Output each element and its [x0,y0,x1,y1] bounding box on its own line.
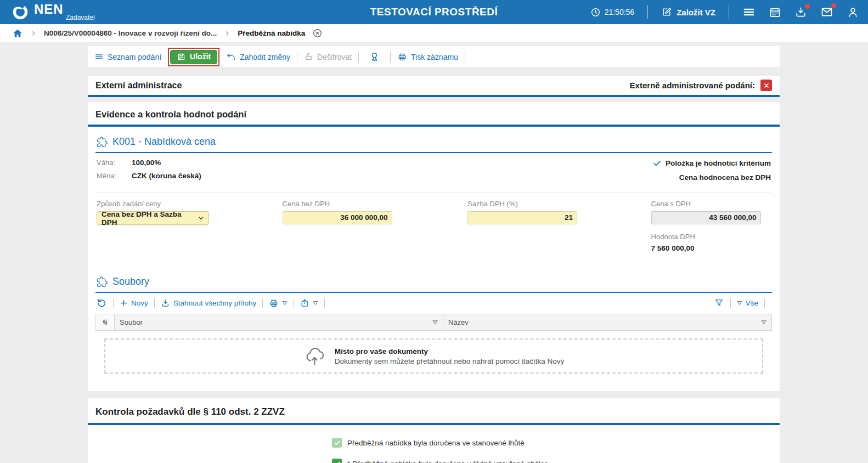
external-admin-section: Externí administrace Externě administrov… [88,76,780,97]
print-record-button[interactable]: Tisk záznamu [397,52,458,62]
price-mode-select[interactable]: Cena bez DPH a Sazba DPH [97,211,209,225]
unlock-icon [304,52,313,61]
menu-icon[interactable] [742,5,756,19]
breadcrumb-current: Předběžná nabídka [238,29,305,37]
session-clock: 21:50:56 [590,7,635,18]
topbar-divider [647,5,648,19]
vat-amount-label: Hodnota DPH [651,233,771,241]
cloud-upload-icon [303,345,326,367]
download-icon [161,298,170,308]
toolbar-divider [294,298,294,308]
refresh-icon[interactable] [97,298,107,308]
export-files-button[interactable] [300,298,318,308]
vat-rate-label: Sazba DPH (%) [467,200,651,208]
checkbox-checked[interactable] [332,459,342,463]
compose-icon [661,7,672,18]
seal-ribbon-icon[interactable] [369,51,380,63]
toolbar-divider [390,52,391,63]
share-icon [300,298,309,308]
dropdown-triangle-icon [313,301,318,306]
requirement-check-deadline: Předběžná nabídka byla doručena ve stano… [332,438,780,448]
user-icon[interactable] [847,6,859,19]
price-excl-input[interactable]: 36 000 000,00 [283,211,392,224]
printer-icon [397,52,407,62]
vat-amount-value: 7 560 000,00 [651,244,771,252]
messages-button[interactable] [820,5,833,19]
discard-changes-button[interactable]: Zahodit změny [226,52,290,62]
close-tab-icon[interactable] [312,28,323,38]
floppy-icon [177,52,186,61]
home-icon[interactable] [12,28,23,39]
filter-icon[interactable] [714,298,724,308]
x-icon [763,82,770,89]
clock-icon [590,7,601,18]
toolbar-divider [358,52,359,63]
evidence-section-title: Evidence a kontrola hodnot podání [88,102,780,127]
currency-value: CZK (koruna česká) [132,172,201,180]
topbar: NEN Zadavatel TESTOVACÍ PROSTŘEDÍ 21:50:… [0,0,868,24]
download-all-button[interactable]: Stáhnout všechny přílohy [161,298,257,308]
calendar-icon[interactable] [769,6,781,19]
notification-dot [831,3,836,8]
criterion-title: K001 - Nabídková cena [112,136,216,148]
files-toolbar: Nový Stáhnout všechny přílohy [95,293,772,313]
files-header: Soubory [95,267,772,293]
breadcrumb-procurement[interactable]: N006/25/V00004860 - Inovace v rozvoji ří… [44,29,217,37]
undo-icon [226,52,236,62]
column-settings-button[interactable] [96,314,115,330]
dropzone-hint: Dokumenty sem můžete přetáhnout nebo nah… [335,357,565,365]
create-vz-button[interactable]: Založit VZ [661,7,715,18]
currency-row: Měna: CZK (koruna česká) [97,172,201,180]
requirement-check-envelope: * Předběžná nabídka byla doručena v řádn… [332,459,780,463]
checkbox-checked-disabled[interactable] [332,438,342,448]
price-mode-label: Způsob zadání ceny [97,200,283,208]
clock-time: 21:50:56 [605,8,635,16]
vat-note: Cena hodnocena bez DPH [652,173,771,182]
is-criterion-note: Položka je hodnotící kritérium [652,159,771,168]
weight-row: Váha: 100,00% [97,159,201,167]
submissions-list-button[interactable]: Seznam podání [94,52,161,61]
file-dropzone[interactable]: Místo pro vaše dokumenty Dokumenty sem m… [104,338,763,374]
external-admin-flag-checkbox[interactable] [760,80,772,91]
requirements-title: Kontrola požadavků dle § 110 odst. 2 ZZV… [88,398,780,425]
decrypt-button[interactable]: Dešifrovat [304,52,352,61]
requirements-section: Kontrola požadavků dle § 110 odst. 2 ZZV… [88,398,780,463]
toolbar-divider [324,298,325,308]
notification-dot [805,4,810,9]
topbar-divider [729,5,729,19]
external-admin-title: Externí administrace [95,81,182,91]
external-admin-flag-label: Externě administrované podání: [630,81,755,90]
price-excl-label: Cena bez DPH [283,200,468,208]
check-icon [334,460,341,463]
evidence-section: Evidence a kontrola hodnot podání K001 -… [88,102,780,391]
check-icon [652,159,662,168]
puzzle-icon [97,137,108,148]
column-filter-icon[interactable] [432,320,438,325]
sliders-icon [101,318,109,326]
chevron-right-icon [224,30,230,37]
toolbar-divider [764,298,765,308]
weight-value: 100,00% [132,159,161,167]
dropzone-title: Místo pro vaše dokumenty [335,347,565,355]
chevron-right-icon [30,30,37,37]
chevron-down-icon [198,215,204,221]
save-button[interactable]: Uložit [170,50,217,64]
toolbar-divider [730,298,731,308]
brand-subtitle: Zadavatel [66,14,95,21]
record-toolbar: Seznam podání Uložit Zahodit změny Dešif… [88,46,780,68]
puzzle-icon [97,276,108,287]
vat-rate-input[interactable]: 21 [467,211,577,224]
nen-logo[interactable]: NEN Zadavatel [11,2,105,22]
new-file-button[interactable]: Nový [120,299,148,307]
price-incl-input: 43 560 000,00 [651,211,761,224]
brand-name: NEN [34,2,64,17]
downloads-button[interactable] [794,6,807,19]
toolbar-divider [262,298,263,308]
toolbar-divider [154,298,155,308]
files-table-header: Soubor Název [95,314,772,331]
column-header-name[interactable]: Název [443,314,771,330]
column-header-file[interactable]: Soubor [115,314,443,330]
filter-scope-select[interactable]: Vše [737,299,758,307]
column-filter-icon[interactable] [761,320,766,325]
print-files-button[interactable] [269,298,288,308]
